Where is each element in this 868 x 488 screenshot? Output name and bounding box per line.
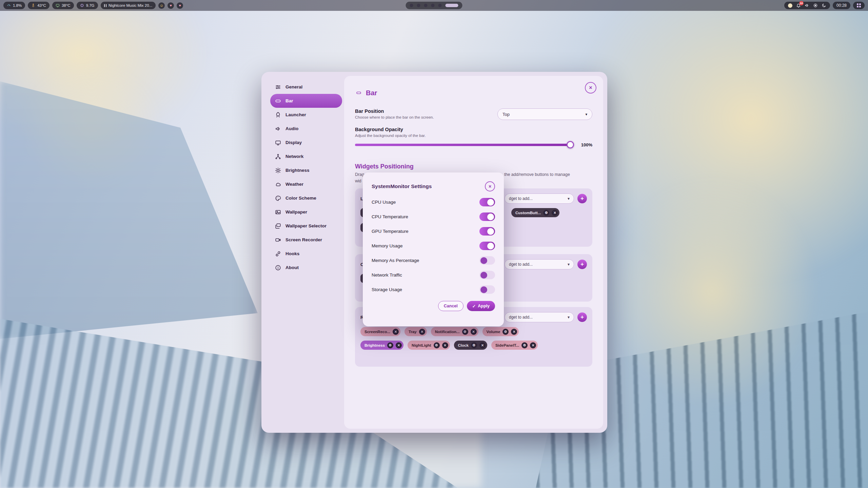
workspace-indicator [406,2,462,9]
gpu-temp-module[interactable]: 38°C [52,2,74,9]
pause-icon[interactable] [104,4,107,7]
apply-button[interactable]: ✓ Apply [467,301,495,311]
volume-icon[interactable] [805,3,809,8]
opacity-slider[interactable] [355,144,573,146]
sidebar-item-wallpaper[interactable]: Wallpaper [270,205,342,219]
toggle-label: GPU Temperature [372,229,409,234]
close-icon[interactable]: × [396,342,402,348]
gear-icon[interactable]: ⚙ [462,329,468,335]
add-widget-button[interactable]: + [577,312,587,322]
gpu-temperature-toggle[interactable] [479,227,495,236]
app-launcher-button[interactable] [853,2,865,9]
night-light-icon[interactable] [822,3,826,8]
gear-icon[interactable]: ⚙ [521,342,528,348]
workspace-dot[interactable] [410,4,413,7]
color-picker-icon[interactable] [788,3,792,8]
close-icon[interactable]: × [479,342,486,348]
add-widget-dropdown[interactable]: dget to add... ▾ [505,312,574,322]
bar-position-text: Bar Position Choose where to place the b… [355,108,434,119]
toggle-knob [487,199,494,206]
dropdown-value: dget to add... [509,315,533,320]
clock-module[interactable]: 00:28 [833,2,850,9]
workspace-dot[interactable] [431,4,435,7]
sidebar-item-hooks[interactable]: Hooks [270,247,342,261]
toggle-knob [487,243,494,249]
gear-icon[interactable]: ⚙ [502,329,509,335]
favorite-button-2[interactable]: ♥ [177,2,183,9]
widget-chip-nightlight[interactable]: NightLight ⚙ × [408,341,450,350]
palette-icon [275,195,281,201]
memory-module[interactable]: 9.7G [77,2,98,9]
emoji-button[interactable]: ☺ [158,2,165,9]
widget-chip-brightness[interactable]: Brightness ⚙ × [360,341,403,350]
add-widget-button[interactable]: + [577,260,587,269]
chip-label: NightLight [412,343,431,347]
sidebar-item-audio[interactable]: Audio [270,122,342,136]
add-widget-dropdown[interactable]: dget to add... ▾ [505,194,574,204]
gear-icon[interactable]: ⚙ [387,342,393,348]
cpu-usage-value: 1.8% [13,3,22,7]
favorite-button[interactable]: ♥ [167,2,174,9]
widget-chip-screenrecorder[interactable]: ScreenReco... × [360,327,400,336]
close-icon[interactable]: × [530,342,536,348]
memory-usage-toggle[interactable] [479,242,495,250]
toggle-row-network-traffic: Network Traffic [372,268,495,282]
setting-label: Background Opacity [355,127,592,132]
cpu-temp-module[interactable]: 43°C [28,2,50,9]
slider-knob[interactable] [567,141,574,148]
sidebar-item-launcher[interactable]: Launcher [270,108,342,122]
media-player-module[interactable]: Nightcore Music Mix 20... [101,2,156,9]
workspace-active-pill[interactable] [446,4,458,7]
bar-icon [275,98,281,104]
gear-icon[interactable]: ⚙ [543,210,549,216]
gpu-temp-value: 38°C [62,3,71,7]
memory-as-percentage-toggle[interactable] [479,256,495,265]
close-icon[interactable]: × [419,329,425,335]
chip-label: ScreenReco... [364,330,390,334]
chevron-down-icon: ▾ [568,262,570,267]
close-icon[interactable]: × [552,210,558,216]
cancel-button[interactable]: Cancel [438,301,463,311]
workspace-dot[interactable] [424,4,428,7]
sidebar-item-wallpaper-selector[interactable]: Wallpaper Selector [270,219,342,233]
sidebar-item-display[interactable]: Display [270,136,342,149]
window-close-button[interactable]: × [585,82,596,94]
close-icon[interactable]: × [393,329,399,335]
modal-close-button[interactable]: × [485,181,495,191]
cpu-temperature-toggle[interactable] [479,212,495,221]
bar-position-dropdown[interactable]: Top ▾ [497,108,592,120]
notifications-button[interactable]: 10 [796,3,801,8]
widget-chip-clock[interactable]: Clock ⚙ × [454,341,487,350]
sidebar-item-label: Network [285,154,303,159]
widget-chip-notification[interactable]: Notification... ⚙ × [431,327,478,336]
widget-chip-volume[interactable]: Volume ⚙ × [482,327,519,336]
storage-usage-toggle[interactable] [479,285,495,294]
widget-chip-tray[interactable]: Tray × [405,327,427,336]
cpu-usage-toggle[interactable] [479,198,495,206]
chip-label: Volume [487,330,500,334]
sidebar-item-general[interactable]: General [270,80,342,94]
workspace-dot[interactable] [438,4,442,7]
gear-icon[interactable]: ⚙ [434,342,440,348]
sidebar-item-bar[interactable]: Bar [270,94,342,108]
add-widget-dropdown[interactable]: dget to add... ▾ [505,259,574,269]
widget-chip-custombutton[interactable]: CustomButt... ⚙ × [511,208,559,217]
close-icon[interactable]: × [511,329,517,335]
sidebar-item-label: General [285,84,302,89]
workspace-dot[interactable] [417,4,420,7]
sidebar-item-screen-recorder[interactable]: Screen Recorder [270,233,342,247]
sidebar-item-color-scheme[interactable]: Color Scheme [270,191,342,205]
gear-icon[interactable]: ⚙ [471,342,477,348]
sidebar-item-weather[interactable]: Weather [270,177,342,191]
sidebar-item-brightness[interactable]: Brightness [270,163,342,177]
close-icon[interactable]: × [471,329,477,335]
sidebar-item-network[interactable]: Network [270,149,342,163]
cpu-usage-module[interactable]: 1.8% [3,2,25,9]
add-widget-button[interactable]: + [577,194,587,203]
chip-label: SidePanelT... [495,343,519,347]
sidebar-item-about[interactable]: About [270,261,342,274]
screen-record-icon[interactable] [813,3,818,8]
close-icon[interactable]: × [442,342,448,348]
network-traffic-toggle[interactable] [479,271,495,279]
widget-chip-sidepanel[interactable]: SidePanelT... ⚙ × [491,341,538,350]
